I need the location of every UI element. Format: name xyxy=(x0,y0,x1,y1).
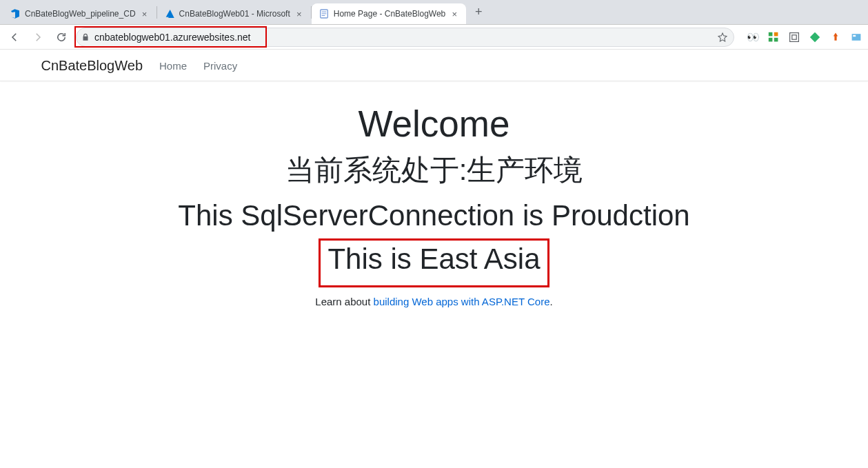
browser-tab[interactable]: CnBateBlogWeb01 - Microsoft × xyxy=(157,3,311,24)
highlight-box: This is East Asia xyxy=(319,238,549,287)
welcome-heading: Welcome xyxy=(50,102,819,146)
svg-rect-6 xyxy=(769,37,773,41)
page-favicon-icon xyxy=(319,8,330,19)
extension-icon[interactable] xyxy=(829,31,842,43)
browser-tabstrip: CnBateBlogWeb_pipeline_CD × CnBateBlogWe… xyxy=(0,0,868,25)
close-icon[interactable]: × xyxy=(450,10,459,19)
svg-rect-1 xyxy=(321,12,326,12)
new-tab-button[interactable]: + xyxy=(469,3,488,22)
browser-tab[interactable]: CnBateBlogWeb_pipeline_CD × xyxy=(3,3,157,24)
learn-suffix: . xyxy=(550,296,553,307)
url-text: cnbateblogweb01.azurewebsites.net xyxy=(94,32,713,43)
extension-icon[interactable] xyxy=(809,31,821,43)
lock-icon xyxy=(81,32,90,42)
forward-button[interactable] xyxy=(29,28,47,46)
svg-rect-3 xyxy=(321,15,325,16)
sql-connection-heading: This SqlServerConnection is Proudction xyxy=(50,199,819,233)
tab-title: CnBateBlogWeb01 - Microsoft xyxy=(179,9,290,19)
azure-devops-icon xyxy=(10,8,21,19)
reload-button[interactable] xyxy=(52,28,70,46)
svg-rect-5 xyxy=(774,32,778,36)
azure-icon xyxy=(164,8,175,19)
address-bar[interactable]: cnbateblogweb01.azurewebsites.net xyxy=(76,28,734,47)
back-button[interactable] xyxy=(6,28,23,46)
nav-privacy-link[interactable]: Privacy xyxy=(203,60,237,72)
browser-toolbar: cnbateblogweb01.azurewebsites.net 👀 xyxy=(0,25,868,50)
svg-rect-10 xyxy=(852,34,861,41)
svg-rect-4 xyxy=(769,32,773,36)
aspnet-docs-link[interactable]: building Web apps with ASP.NET Core xyxy=(374,296,550,307)
tab-title: CnBateBlogWeb_pipeline_CD xyxy=(25,9,136,19)
extension-icon[interactable] xyxy=(788,31,800,43)
svg-rect-11 xyxy=(853,34,856,36)
environment-heading: 当前系统处于:生产环境 xyxy=(50,153,819,187)
svg-rect-8 xyxy=(790,32,799,41)
page-content: CnBateBlogWeb Home Privacy Welcome 当前系统处… xyxy=(0,50,868,307)
brand-link[interactable]: CnBateBlogWeb xyxy=(41,58,143,74)
learn-about-text: Learn about building Web apps with ASP.N… xyxy=(50,296,819,307)
close-icon[interactable]: × xyxy=(294,10,304,19)
extension-icon[interactable] xyxy=(767,31,780,43)
nav-home-link[interactable]: Home xyxy=(159,60,187,72)
bookmark-star-icon[interactable] xyxy=(717,32,728,43)
extension-icon[interactable] xyxy=(850,31,862,43)
site-header: CnBateBlogWeb Home Privacy xyxy=(0,50,868,81)
svg-rect-2 xyxy=(321,13,326,14)
region-heading: This is East Asia xyxy=(327,242,540,276)
tab-title: Home Page - CnBateBlogWeb xyxy=(334,9,446,19)
svg-rect-9 xyxy=(792,34,796,39)
close-icon[interactable]: × xyxy=(140,10,150,19)
svg-rect-7 xyxy=(774,37,778,41)
extension-icon[interactable]: 👀 xyxy=(747,31,759,43)
browser-tab-active[interactable]: Home Page - CnBateBlogWeb × xyxy=(312,3,467,24)
main-content: Welcome 当前系统处于:生产环境 This SqlServerConnec… xyxy=(41,81,827,307)
learn-prefix: Learn about xyxy=(315,296,373,307)
extension-icons: 👀 xyxy=(740,31,862,43)
